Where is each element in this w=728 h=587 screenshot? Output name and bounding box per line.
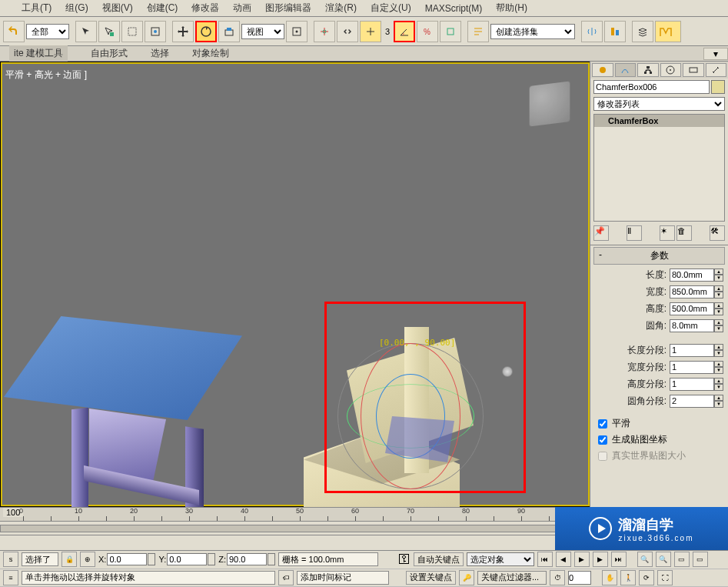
hierarchy-panel-icon[interactable]	[637, 63, 659, 77]
show-end-result-icon[interactable]: Ⅱ	[627, 225, 642, 241]
pivot-icon[interactable]	[286, 21, 307, 42]
create-panel-icon[interactable]	[592, 63, 613, 77]
display-panel-icon[interactable]	[683, 63, 704, 77]
script-mini-icon[interactable]: ≡	[3, 570, 18, 585]
walk-icon[interactable]: 🚶	[620, 570, 636, 585]
mirror-icon[interactable]	[581, 21, 603, 42]
ref-coord-dropdown[interactable]: 视图	[241, 24, 284, 39]
time-config-icon[interactable]: ⏱	[550, 570, 565, 585]
z-coord-field[interactable]	[227, 553, 267, 565]
rollout-parameters[interactable]: 参数	[593, 247, 725, 265]
length-field[interactable]	[670, 268, 714, 282]
modifier-stack[interactable]: ChamferBox	[593, 114, 725, 222]
fov-icon[interactable]: ▭	[674, 552, 690, 567]
tab-modeling[interactable]: ite 建模工具	[9, 45, 68, 62]
modifier-stack-item[interactable]: ChamferBox	[594, 115, 724, 127]
orbit-icon[interactable]: ⟳	[639, 570, 654, 585]
object-color-swatch[interactable]	[711, 80, 725, 94]
ribbon-collapse-icon[interactable]: ▾	[703, 48, 728, 60]
menu-item[interactable]: 自定义(U)	[371, 2, 411, 15]
snap-2d-icon[interactable]	[360, 21, 381, 42]
next-frame-icon[interactable]: ▶	[593, 552, 608, 567]
named-selection-set-dropdown[interactable]: 创建选择集	[490, 24, 575, 39]
svg-rect-15	[647, 66, 650, 68]
smooth-checkbox[interactable]	[598, 419, 607, 429]
keyboard-shortcut-icon[interactable]	[337, 21, 358, 42]
width-segs-field[interactable]	[670, 361, 714, 374]
fillet-field[interactable]	[670, 319, 714, 332]
pan-icon[interactable]: ✋	[602, 570, 617, 585]
rect-region-icon[interactable]	[121, 21, 143, 42]
width-field[interactable]	[670, 285, 714, 299]
modify-panel-icon[interactable]	[615, 63, 637, 77]
goto-start-icon[interactable]: ⏮	[537, 552, 553, 567]
align-icon[interactable]	[604, 21, 626, 42]
height-segs-field[interactable]	[670, 378, 714, 391]
goto-end-icon[interactable]: ⏭	[611, 552, 627, 567]
rotate-icon[interactable]	[195, 21, 217, 42]
real-world-checkbox[interactable]	[598, 452, 607, 461]
gen-mapping-checkbox[interactable]	[598, 435, 607, 445]
length-segs-field[interactable]	[670, 344, 714, 357]
fillet-segs-field[interactable]	[670, 395, 714, 408]
viewport[interactable]: 平滑 + 高光 + 边面 ] [0.00, , 90.00]	[0, 62, 590, 507]
make-unique-icon[interactable]: ✶	[660, 225, 675, 241]
menu-item[interactable]: 动画	[233, 2, 251, 15]
menu-item[interactable]: 修改器	[191, 2, 219, 15]
menu-item[interactable]: 组(G)	[65, 2, 88, 15]
maxscript-listener-icon[interactable]: s	[3, 552, 18, 567]
frame-field[interactable]	[568, 571, 591, 585]
menu-item[interactable]: 渲染(R)	[325, 2, 357, 15]
spinner-snap-icon[interactable]	[440, 21, 461, 42]
utilities-panel-icon[interactable]	[706, 63, 727, 77]
tab-freeform[interactable]: 自由形式	[91, 47, 128, 60]
pin-stack-icon[interactable]: 📌	[593, 225, 609, 241]
motion-panel-icon[interactable]	[660, 63, 682, 77]
max-viewport-icon[interactable]: ⛶	[657, 570, 673, 585]
undo-icon[interactable]	[3, 21, 25, 42]
select-icon[interactable]	[75, 21, 97, 42]
menu-item[interactable]: 视图(V)	[102, 2, 133, 15]
abs-rel-icon[interactable]: ⊕	[80, 552, 95, 567]
play-icon[interactable]: ▶	[574, 552, 590, 567]
move-icon[interactable]	[172, 21, 194, 42]
configure-sets-icon[interactable]: 🛠	[710, 225, 725, 241]
set-key-icon[interactable]: 🔑	[459, 570, 474, 585]
scale-icon[interactable]	[218, 21, 240, 42]
menu-item[interactable]: MAXScript(M)	[425, 3, 483, 14]
zoom-region-icon[interactable]: ▭	[693, 552, 708, 567]
y-coord-field[interactable]	[167, 553, 207, 565]
add-time-tag[interactable]: 添加时间标记	[297, 571, 389, 585]
menu-item[interactable]: 帮助(H)	[496, 2, 527, 15]
key-filters-button[interactable]: 关键点过滤器...	[477, 571, 547, 585]
menu-item[interactable]: 图形编辑器	[265, 2, 311, 15]
modifier-list-dropdown[interactable]: 修改器列表	[593, 97, 725, 111]
window-crossing-icon[interactable]	[145, 21, 166, 42]
manipulate-icon[interactable]	[314, 21, 335, 42]
prev-frame-icon[interactable]: ◀	[556, 552, 571, 567]
key-mode-dropdown[interactable]: 选定对象	[467, 552, 534, 566]
auto-key-button[interactable]: 自动关键点	[414, 552, 464, 566]
time-tag-icon[interactable]: 🏷	[278, 570, 294, 585]
zoom-all-icon[interactable]: 🔍	[656, 552, 671, 567]
menu-item[interactable]: 工具(T)	[22, 2, 52, 15]
layer-manager-icon[interactable]	[632, 21, 653, 42]
named-sets-edit-icon[interactable]	[467, 21, 489, 42]
remove-modifier-icon[interactable]: 🗑	[676, 225, 692, 241]
select-by-name-icon[interactable]	[98, 21, 120, 42]
graphite-icon[interactable]	[655, 21, 681, 42]
set-key-button[interactable]: 设置关键点	[406, 571, 456, 585]
angle-snap-icon[interactable]	[394, 21, 415, 42]
viewcube[interactable]	[530, 81, 570, 126]
height-field[interactable]	[670, 302, 714, 315]
object-name-field[interactable]	[593, 80, 710, 94]
zoom-icon[interactable]: 🔍	[637, 552, 653, 567]
svg-point-19	[670, 69, 671, 71]
menu-item[interactable]: 创建(C)	[147, 2, 178, 15]
tab-selection[interactable]: 选择	[151, 47, 169, 60]
tab-paint[interactable]: 对象绘制	[192, 47, 229, 60]
percent-snap-icon[interactable]: %	[417, 21, 438, 42]
selection-filter-dropdown[interactable]: 全部	[26, 24, 69, 39]
x-coord-field[interactable]	[107, 553, 147, 565]
lock-selection-icon[interactable]: 🔒	[61, 552, 77, 567]
